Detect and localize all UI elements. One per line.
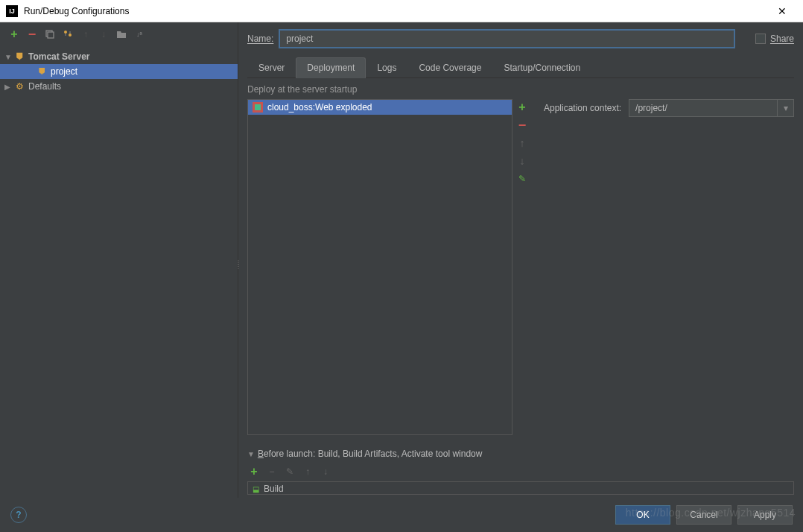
move-down-icon: ↓: [97, 28, 110, 41]
before-launch-list[interactable]: ⬓ Build: [247, 481, 794, 495]
config-editor: Name: Share Server Deployment Logs Code …: [238, 22, 803, 498]
configurations-sidebar: + − ↑ ↓ ↓ª ▼ ⛊ Tomcat: [0, 22, 238, 498]
artifact-item[interactable]: cloud_boss:Web exploded: [248, 100, 512, 115]
add-task-icon[interactable]: +: [247, 465, 261, 478]
build-icon: ⬓: [253, 485, 259, 493]
name-label: Name:: [247, 34, 273, 44]
tab-server[interactable]: Server: [247, 57, 296, 78]
tabs: Server Deployment Logs Code Coverage Sta…: [247, 57, 794, 78]
artifact-icon: [253, 102, 263, 113]
tab-code-coverage[interactable]: Code Coverage: [407, 57, 492, 78]
tree-label: Tomcat Server: [28, 51, 89, 62]
before-launch-header[interactable]: ▼ BBefore launch: Build, Build Artifacts…: [247, 449, 794, 459]
sort-icon[interactable]: ↓ª: [133, 28, 146, 41]
app-context-row: Application context: /project/ ▾: [544, 99, 794, 117]
remove-artifact-icon[interactable]: −: [515, 118, 529, 132]
add-config-icon[interactable]: +: [7, 28, 21, 41]
cancel-button[interactable]: Cancel: [676, 505, 731, 525]
window-title: Run/Debug Configurations: [24, 6, 767, 16]
tab-deployment[interactable]: Deployment: [296, 57, 366, 78]
tree-tomcat-server[interactable]: ▼ ⛊ Tomcat Server: [0, 49, 238, 64]
svg-point-3: [69, 34, 72, 37]
tab-startup-connection[interactable]: Startup/Connection: [492, 57, 591, 78]
folder-icon[interactable]: [115, 28, 128, 41]
tree-defaults[interactable]: ▶ ⚙ Defaults: [0, 79, 238, 94]
deployment-tab-content: Deploy at the server startup cloud_boss:…: [247, 78, 794, 498]
share-label[interactable]: Share: [770, 34, 794, 44]
main-panel: + − ↑ ↓ ↓ª ▼ ⛊ Tomcat: [0, 22, 803, 532]
chevron-right-icon: ▶: [4, 83, 13, 91]
artifact-box: cloud_boss:Web exploded + − ↑ ↓ ✎: [247, 99, 532, 435]
move-up-icon: ↑: [515, 136, 529, 150]
app-context-select[interactable]: /project/ ▾: [629, 99, 794, 117]
before-launch-item[interactable]: ⬓ Build: [253, 484, 789, 494]
tree-label: Defaults: [28, 81, 61, 92]
ok-button[interactable]: OK: [615, 505, 670, 525]
gear-icon: ⚙: [13, 80, 25, 92]
tab-logs[interactable]: Logs: [366, 57, 407, 78]
move-up-icon: ↑: [79, 28, 92, 41]
edit-defaults-icon[interactable]: [61, 28, 74, 41]
edit-artifact-icon[interactable]: ✎: [515, 172, 529, 186]
splitter-handle[interactable]: ⋮⋮⋮: [235, 261, 240, 279]
artifact-tools: + − ↑ ↓ ✎: [512, 99, 532, 435]
deploy-row: cloud_boss:Web exploded + − ↑ ↓ ✎: [247, 99, 794, 435]
remove-config-icon[interactable]: −: [25, 28, 39, 41]
config-tree: ▼ ⛊ Tomcat Server ⛊ project ▶ ⚙ Defaults: [0, 46, 238, 498]
window-titlebar: IJ Run/Debug Configurations ✕: [0, 0, 803, 22]
add-artifact-icon[interactable]: +: [515, 101, 529, 114]
svg-point-2: [64, 31, 67, 34]
close-icon[interactable]: ✕: [767, 5, 797, 17]
artifact-list[interactable]: cloud_boss:Web exploded: [247, 99, 512, 435]
dialog-footer: ? OK Cancel Apply: [0, 498, 803, 532]
edit-task-icon: ✎: [283, 465, 296, 478]
before-launch-item-label: Build: [264, 484, 284, 494]
tomcat-icon: ⛊: [13, 51, 25, 63]
remove-task-icon: −: [265, 465, 279, 478]
move-up-icon: ↑: [301, 465, 314, 478]
sidebar-toolbar: + − ↑ ↓ ↓ª: [0, 22, 238, 46]
apply-button[interactable]: Apply: [737, 505, 793, 525]
chevron-down-icon: ▼: [4, 53, 13, 61]
app-context-label: Application context:: [544, 103, 621, 113]
tomcat-icon: ⛊: [36, 66, 48, 77]
chevron-down-icon: ▼: [247, 450, 255, 458]
chevron-down-icon[interactable]: ▾: [777, 100, 793, 116]
name-row: Name: Share: [247, 30, 794, 48]
context-panel: Application context: /project/ ▾: [539, 99, 794, 435]
copy-config-icon[interactable]: [43, 28, 57, 41]
svg-rect-1: [48, 32, 54, 38]
move-down-icon: ↓: [515, 154, 529, 168]
before-launch-section: ▼ BBefore launch: Build, Build Artifacts…: [247, 449, 794, 498]
name-input[interactable]: [279, 30, 734, 48]
artifact-label: cloud_boss:Web exploded: [267, 102, 372, 113]
before-launch-label: BBefore launch: Build, Build Artifacts, …: [258, 449, 483, 459]
share-checkbox[interactable]: [755, 34, 766, 44]
deploy-section-label: Deploy at the server startup: [247, 84, 794, 95]
help-icon[interactable]: ?: [10, 507, 27, 523]
tree-label: project: [51, 66, 77, 77]
share-checkbox-group: Share: [755, 34, 794, 44]
app-context-value: /project/: [629, 103, 777, 113]
move-down-icon: ↓: [319, 465, 332, 478]
tree-project[interactable]: ⛊ project: [0, 64, 238, 79]
before-launch-tools: + − ✎ ↑ ↓: [247, 465, 794, 478]
content-split: + − ↑ ↓ ↓ª ▼ ⛊ Tomcat: [0, 22, 803, 498]
app-icon: IJ: [6, 5, 18, 17]
